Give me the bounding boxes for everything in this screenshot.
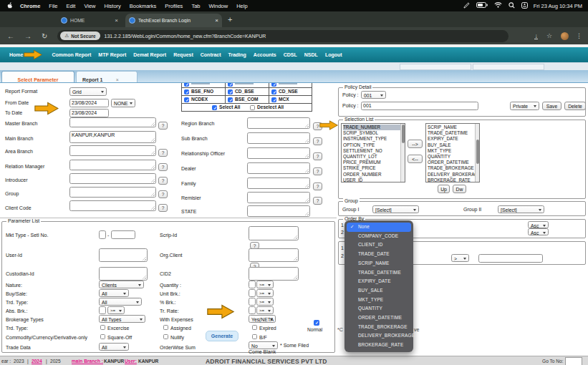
family-textarea[interactable]: [247, 177, 310, 189]
generate-button[interactable]: Generate: [206, 331, 238, 341]
policy-save-button[interactable]: Save: [542, 102, 562, 110]
forward-button[interactable]: →: [24, 32, 32, 40]
policy-private-select[interactable]: Private: [510, 102, 539, 110]
scrip-id-textarea[interactable]: [249, 226, 299, 240]
org-client-textarea[interactable]: [249, 248, 299, 262]
policy-delete-button[interactable]: Delete: [564, 102, 586, 110]
relation-manager-help-button[interactable]: ?: [158, 163, 168, 171]
nature-select[interactable]: Clients: [99, 281, 144, 288]
group1-select[interactable]: [Select]: [372, 205, 419, 213]
move-left-button[interactable]: <--: [408, 155, 423, 163]
from-date-input[interactable]: 23/08/2024: [69, 99, 109, 107]
relation-manager-textarea[interactable]: [69, 160, 156, 170]
nav-item-home[interactable]: Home: [9, 52, 23, 57]
nav-item-accounts[interactable]: Accounts: [254, 52, 276, 57]
exchange-checkbox-ncdex[interactable]: [184, 97, 189, 102]
menubar-item-profiles[interactable]: Profiles: [165, 3, 183, 9]
group-help-button[interactable]: ?: [158, 190, 168, 198]
menubar-item-history[interactable]: History: [105, 3, 121, 9]
main-branch-textarea[interactable]: KANPUR,KANPUR: [69, 131, 156, 143]
back-button[interactable]: ←: [7, 32, 14, 40]
tab-report1[interactable]: Report 1 ×: [76, 71, 138, 82]
report-format-select[interactable]: Grid: [69, 87, 107, 96]
orderwise-sum-select[interactable]: No: [249, 341, 278, 349]
remisier-textarea[interactable]: [247, 192, 310, 203]
normal-checkbox[interactable]: [314, 320, 319, 326]
bf-checkbox[interactable]: [252, 334, 257, 339]
order-by-asc1-select[interactable]: Asc: [528, 221, 549, 228]
sub-branch-help-button[interactable]: ?: [313, 137, 322, 145]
introducer-textarea[interactable]: [69, 173, 156, 184]
assigned-checkbox[interactable]: [163, 325, 168, 330]
nav-item-common-report[interactable]: Common Report: [52, 52, 92, 57]
user-id-textarea[interactable]: [99, 248, 148, 262]
tab-report1-close-icon[interactable]: ×: [116, 77, 119, 82]
nav-item-demat-report[interactable]: Demat Report: [133, 52, 166, 57]
scrollbar[interactable]: [400, 124, 405, 182]
list-item[interactable]: EXPIRY_DATE: [428, 136, 479, 142]
nav-item-trading[interactable]: Trading: [228, 52, 246, 57]
remisier-help-button[interactable]: ?: [313, 197, 322, 205]
exchange-checkbox-mcx[interactable]: [271, 97, 276, 102]
chrome-menu-icon[interactable]: ⋮: [576, 32, 582, 39]
wifi-icon[interactable]: [494, 2, 502, 9]
move-down-button[interactable]: Dw: [453, 185, 466, 193]
relationship-officer-help-button[interactable]: ?: [313, 152, 322, 160]
exchange-checkbox-bse-com[interactable]: [228, 97, 233, 102]
list-item[interactable]: OPTION_TYPE: [343, 142, 405, 148]
order-by-asc2-select[interactable]: Asc: [528, 228, 549, 235]
trd-type-select[interactable]: All: [99, 298, 142, 306]
list-item[interactable]: SCRIP_NAME: [428, 125, 479, 130]
move-up-button[interactable]: Up: [438, 185, 450, 193]
list-item[interactable]: MKT_TYPE: [428, 148, 479, 154]
menubar-item-view[interactable]: View: [84, 3, 95, 9]
cid2-textarea[interactable]: [249, 267, 299, 281]
custodian-id-textarea[interactable]: [99, 267, 148, 281]
unit-brk-input[interactable]: [249, 289, 256, 297]
abs-brk-op-select[interactable]: >=: [107, 306, 125, 314]
dropdown-option[interactable]: ORDER_DATETIME: [344, 313, 413, 323]
master-branch-textarea[interactable]: [69, 117, 156, 127]
exchange-checkbox-bse-fno[interactable]: [184, 89, 189, 94]
menubar-item-bookmarks[interactable]: Bookmarks: [130, 3, 157, 9]
dropdown-option-none[interactable]: ✓ None: [347, 223, 411, 232]
criteria-operator-select[interactable]: >: [451, 254, 469, 262]
list-item[interactable]: ORDER_DATETIME: [428, 160, 479, 165]
policy-select[interactable]: 001: [361, 91, 386, 99]
year-2025-link[interactable]: 2025: [50, 359, 61, 364]
menubar-item-file[interactable]: File: [49, 3, 57, 9]
not-secure-chip[interactable]: ⚠ Not Secure: [60, 31, 100, 40]
list-item[interactable]: BUY_SALE: [428, 142, 479, 148]
menubar-item-tab[interactable]: Tab: [191, 3, 200, 9]
control-center-icon[interactable]: [521, 2, 528, 10]
select-all-checkbox[interactable]: [212, 105, 217, 110]
list-item[interactable]: USER_ID: [343, 177, 405, 182]
state-textarea[interactable]: [247, 205, 310, 217]
group2-select[interactable]: [Select]: [498, 205, 544, 213]
spotlight-search-icon[interactable]: [509, 2, 515, 10]
list-item[interactable]: QUANTITY: [428, 154, 479, 160]
menubar-item-window[interactable]: Window: [208, 3, 228, 9]
expired-checkbox[interactable]: [252, 325, 257, 330]
chosen-columns-listbox[interactable]: SCRIP_NAME TRADE_DATETIME EXPIRY_DATE BU…: [425, 123, 480, 182]
from-date-none-select[interactable]: NONE: [111, 99, 135, 107]
move-right-button[interactable]: -->: [408, 140, 423, 148]
download-icon[interactable]: ↓: [534, 33, 538, 39]
trade-data-select[interactable]: All: [99, 343, 129, 351]
relationship-officer-textarea[interactable]: [247, 147, 310, 159]
quantity-input[interactable]: [249, 281, 256, 288]
dropdown-option[interactable]: BUY_SALE: [344, 286, 413, 296]
available-columns-listbox[interactable]: TRADE_NUMBER SCRIP_SYMBOL INSTRUMENT_TYP…: [341, 123, 405, 182]
pct-brk-input[interactable]: [249, 298, 256, 306]
tab-home[interactable]: HOME ×: [61, 14, 120, 27]
pct-brk-op-select[interactable]: >=: [256, 298, 274, 306]
brokerage-types-select[interactable]: All Types: [99, 315, 145, 323]
excercise-checkbox[interactable]: [100, 325, 105, 330]
list-item[interactable]: BROKERAGE_RATE: [428, 177, 479, 182]
user-link[interactable]: User:: [125, 359, 137, 364]
list-item[interactable]: TRADE_NUMBER: [343, 125, 405, 130]
dropdown-option[interactable]: COMPANY_CODE: [344, 232, 413, 241]
list-item[interactable]: TRADE_BROKERAGE: [428, 165, 479, 171]
list-item[interactable]: PRICE_PREMIUM: [343, 160, 405, 165]
omnibox[interactable]: ⚠ Not Secure 131.2.2.185/WebLogin/Common…: [57, 30, 509, 42]
